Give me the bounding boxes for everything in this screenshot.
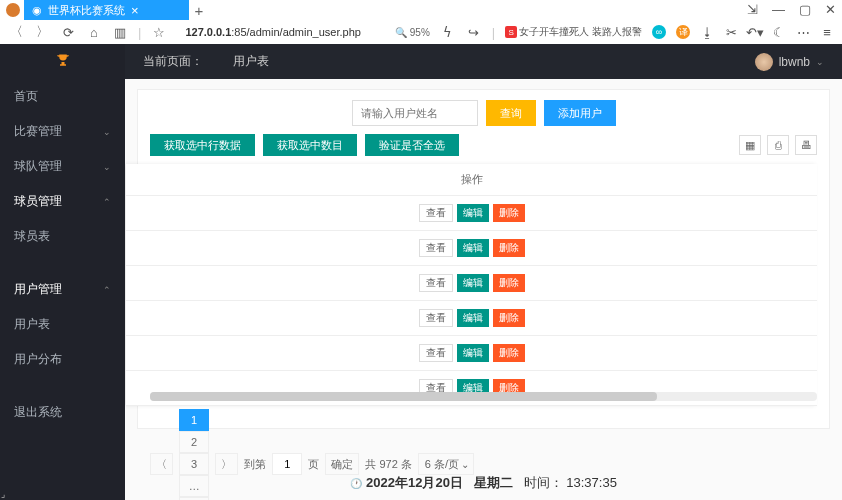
news-ticker[interactable]: S女子开车撞死人 装路人报警 — [505, 25, 642, 39]
sidebar-item-team[interactable]: 球队管理⌄ — [0, 149, 125, 184]
add-user-button[interactable]: 添加用户 — [544, 100, 616, 126]
edit-button[interactable]: 编辑 — [457, 274, 489, 292]
edit-button[interactable]: 编辑 — [457, 239, 489, 257]
view-button[interactable]: 查看 — [419, 204, 453, 222]
chevron-down-icon: ⌄ — [103, 127, 111, 137]
breadcrumb-label: 当前页面： — [143, 53, 203, 70]
close-icon[interactable]: × — [131, 3, 139, 18]
horizontal-scrollbar[interactable] — [150, 392, 817, 401]
chevron-down-icon: ⌄ — [816, 57, 824, 67]
zoom-indicator[interactable]: 🔍 95% — [395, 27, 430, 38]
breadcrumb: 当前页面： 用户表 lbwnb ⌄ — [125, 44, 842, 79]
page-size-select[interactable]: 6 条/页 — [418, 453, 474, 475]
back-icon[interactable]: 〈 — [8, 23, 24, 41]
sidebar-item-user-dist[interactable]: 用户分布 — [0, 342, 125, 377]
chevron-up-icon: ⌃ — [103, 197, 111, 207]
more-icon[interactable]: ⋯ — [796, 25, 810, 39]
get-rows-button[interactable]: 获取选中行数据 — [150, 134, 255, 156]
delete-button[interactable]: 删除 — [493, 274, 525, 292]
logo — [0, 44, 125, 79]
fixed-op-column: 操作 查看编辑删除查看编辑删除查看编辑删除查看编辑删除查看编辑删除查看编辑删除 — [126, 164, 817, 406]
browser-tab[interactable]: ◉ 世界杯比赛系统 × — [24, 0, 189, 20]
check-all-button[interactable]: 验证是否全选 — [365, 134, 459, 156]
sidebar-item-match[interactable]: 比赛管理⌄ — [0, 114, 125, 149]
sidebar-item-user[interactable]: 用户管理⌃ — [0, 272, 125, 307]
avatar — [755, 53, 773, 71]
home-icon[interactable]: ⌂ — [86, 25, 102, 40]
cut-icon[interactable]: ✂ — [724, 25, 738, 39]
address-bar[interactable]: 127.0.0.1:85/admin/admin_user.php — [185, 26, 361, 38]
breadcrumb-page: 用户表 — [233, 53, 269, 70]
delete-button[interactable]: 删除 — [493, 204, 525, 222]
goto-page-input[interactable] — [272, 453, 302, 475]
clock-icon: 🕐 — [350, 478, 362, 489]
goto-confirm-button[interactable]: 确定 — [325, 453, 359, 475]
window-close-icon[interactable]: ✕ — [825, 2, 836, 17]
trophy-icon — [54, 51, 72, 73]
resize-handle-icon: ⌟ — [1, 489, 5, 499]
user-menu[interactable]: lbwnb ⌄ — [755, 53, 824, 71]
share-icon[interactable]: ↪ — [466, 25, 482, 40]
chevron-up-icon: ⌃ — [103, 285, 111, 295]
sidebar-item-user-list[interactable]: 用户表 — [0, 307, 125, 342]
translate-icon[interactable]: 译 — [676, 25, 690, 39]
edit-button[interactable]: 编辑 — [457, 204, 489, 222]
page-button[interactable]: 1 — [179, 409, 209, 431]
globe-icon: ◉ — [32, 4, 42, 17]
total-count: 共 972 条 — [365, 457, 411, 472]
new-tab-button[interactable]: + — [189, 2, 209, 19]
star-icon[interactable]: ☆ — [151, 25, 167, 40]
pin-icon[interactable]: ⇲ — [747, 2, 758, 17]
reload-icon[interactable]: ⟳ — [60, 25, 76, 40]
forward-icon[interactable]: 〉 — [34, 23, 50, 41]
view-button[interactable]: 查看 — [419, 274, 453, 292]
query-button[interactable]: 查询 — [486, 100, 536, 126]
footer-clock: 🕐2022年12月20日 星期二 时间： 13:37:35 — [125, 474, 842, 492]
sidebar-item-player[interactable]: 球员管理⌃ — [0, 184, 125, 219]
menu-icon[interactable]: ≡ — [820, 25, 834, 39]
username: lbwnb — [779, 55, 810, 69]
tab-title: 世界杯比赛系统 — [48, 3, 125, 18]
sidebar-item-logout[interactable]: 退出系统 — [0, 395, 125, 430]
minimize-icon[interactable]: — — [772, 2, 785, 17]
page-button[interactable]: 3 — [179, 453, 209, 475]
download-icon[interactable]: ⭳ — [700, 25, 714, 39]
infinity-icon[interactable]: ∞ — [652, 25, 666, 39]
sidebar: 首页 比赛管理⌄ 球队管理⌄ 球员管理⌃ 球员表 用户管理⌃ 用户表 用户分布 … — [0, 44, 125, 500]
history-icon[interactable]: ↶▾ — [748, 25, 762, 39]
flash-icon[interactable]: ϟ — [440, 25, 456, 40]
delete-button[interactable]: 删除 — [493, 239, 525, 257]
delete-button[interactable]: 删除 — [493, 344, 525, 362]
columns-icon[interactable]: ▦ — [739, 135, 761, 155]
view-button[interactable]: 查看 — [419, 239, 453, 257]
prev-page-button[interactable]: 〈 — [150, 453, 173, 475]
view-button[interactable]: 查看 — [419, 344, 453, 362]
get-count-button[interactable]: 获取选中数目 — [263, 134, 357, 156]
search-input[interactable] — [352, 100, 478, 126]
next-page-button[interactable]: 〉 — [215, 453, 238, 475]
view-button[interactable]: 查看 — [419, 309, 453, 327]
favicon — [6, 3, 20, 17]
export-icon[interactable]: ⎙ — [767, 135, 789, 155]
library-icon[interactable]: ▥ — [112, 25, 128, 40]
maximize-icon[interactable]: ▢ — [799, 2, 811, 17]
edit-button[interactable]: 编辑 — [457, 344, 489, 362]
page-button[interactable]: 2 — [179, 431, 209, 453]
chevron-down-icon: ⌄ — [103, 162, 111, 172]
sidebar-item-player-list[interactable]: 球员表 — [0, 219, 125, 254]
delete-button[interactable]: 删除 — [493, 309, 525, 327]
sidebar-item-home[interactable]: 首页 — [0, 79, 125, 114]
edit-button[interactable]: 编辑 — [457, 309, 489, 327]
moon-icon[interactable]: ☾ — [772, 25, 786, 39]
print-icon[interactable]: 🖶 — [795, 135, 817, 155]
